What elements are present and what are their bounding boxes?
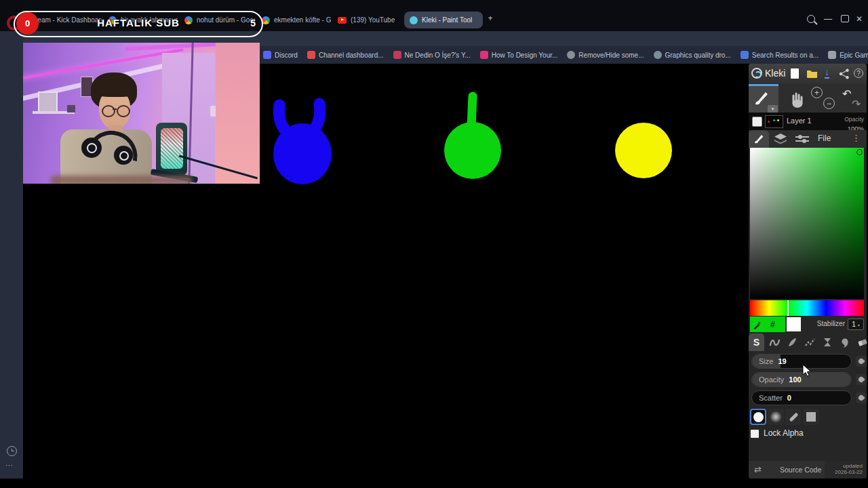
tool-row: ▾ + − ↶ ↷ xyxy=(749,84,867,113)
layer-name[interactable]: Layer 1 xyxy=(787,117,812,125)
color-saturation-square[interactable] xyxy=(750,148,864,299)
lock-alpha-label: Lock Alpha xyxy=(764,428,804,438)
zoom-out-button[interactable]: − xyxy=(823,98,835,109)
brush-pen-tab[interactable]: S xyxy=(749,333,764,351)
chevron-down-icon: ▾ xyxy=(858,323,860,327)
tab-youtube[interactable]: (139) YouTube xyxy=(332,12,403,28)
redo-icon[interactable]: ↷ xyxy=(852,98,861,110)
lock-alpha-checkbox[interactable] xyxy=(751,430,759,438)
favicon xyxy=(393,51,401,59)
favicon xyxy=(480,51,488,59)
save-download-icon[interactable]: ↓ xyxy=(825,67,829,79)
kleki-favicon xyxy=(410,16,418,24)
bookmark-channel-dashboard[interactable]: Channel dashboard... xyxy=(307,51,384,59)
bookmark-remove-hide[interactable]: Remove/Hide some... xyxy=(567,51,644,59)
headphone-cup-left xyxy=(81,138,102,158)
hex-input-button[interactable]: # xyxy=(770,320,775,329)
brush-icon xyxy=(753,89,770,107)
swap-icon[interactable]: ⇄ xyxy=(754,464,762,474)
size-pressure-button[interactable] xyxy=(856,356,867,367)
restore-window-button[interactable] xyxy=(841,15,849,22)
tip-soft-circle-button[interactable] xyxy=(768,409,784,425)
minimize-button[interactable]: — xyxy=(822,14,834,24)
secondary-color-swatch[interactable] xyxy=(787,317,801,331)
layer-thumbnail[interactable] xyxy=(765,115,783,128)
tip-calligraphy-button[interactable] xyxy=(785,409,802,425)
glasses-right-lens xyxy=(117,105,130,117)
current-color-swatch[interactable]: # xyxy=(750,317,785,332)
discord-favicon xyxy=(263,51,271,59)
hand-tool-icon[interactable] xyxy=(788,89,806,108)
favicon xyxy=(741,51,749,59)
tab-brush-settings[interactable] xyxy=(749,130,769,148)
favicon xyxy=(828,51,836,59)
glasses-left-lens xyxy=(102,105,115,117)
bookmark-search-results[interactable]: Search Results on a... xyxy=(741,51,818,59)
brush-type-row: S xyxy=(749,333,867,351)
microphone-mesh xyxy=(161,128,183,169)
new-image-icon[interactable] xyxy=(791,68,799,79)
kleki-panel: Kleki ↓ ? ▾ xyxy=(749,64,867,479)
brush-chemy-tab[interactable] xyxy=(819,333,835,351)
color-selector-dot xyxy=(856,149,863,155)
brush-blend-tab[interactable] xyxy=(766,333,783,351)
tab-ekmekten-kofte-search[interactable]: ekmekten köfte - Google' xyxy=(256,12,331,28)
size-slider[interactable]: Size19 xyxy=(751,354,852,369)
brush-smudge-tab[interactable] xyxy=(837,333,853,351)
tab-settings-icon[interactable] xyxy=(795,134,810,144)
bookmark-epic-games[interactable]: Epic Games Store'd... xyxy=(828,51,868,59)
eyedropper-icon[interactable] xyxy=(753,320,762,329)
source-code-link[interactable]: Source Code xyxy=(780,466,821,474)
tab-layers-icon[interactable] xyxy=(773,133,788,146)
bookmark-graphics-quality[interactable]: Graphics quality dro... xyxy=(654,51,731,59)
opacity-slider[interactable]: Opacity100 xyxy=(751,372,852,387)
zoom-in-button[interactable]: + xyxy=(811,87,823,98)
brush-tool-button[interactable]: ▾ xyxy=(749,84,778,113)
hue-marker xyxy=(787,300,789,316)
layer-visibility-checkbox[interactable] xyxy=(752,117,762,127)
brush-sketchy-tab[interactable] xyxy=(784,333,800,351)
scatter-pressure-button[interactable] xyxy=(856,392,867,403)
headphone-cup-right xyxy=(114,146,133,165)
scatter-slider[interactable]: Scatter0 xyxy=(751,390,852,405)
layer-row: Layer 1 Opacity 100% xyxy=(749,113,867,130)
hue-slider[interactable] xyxy=(750,300,864,316)
youtube-favicon xyxy=(338,17,347,24)
history-clock-icon[interactable] xyxy=(7,446,17,456)
mouse-cursor xyxy=(802,364,813,378)
brush-pixel-tab[interactable] xyxy=(802,333,818,351)
stream-sub-overlay: 0 HAFTALIK SUB 5 xyxy=(14,11,263,37)
stabilizer-dropdown[interactable]: 1 ▾ xyxy=(848,319,864,330)
bookmark-how-to-design[interactable]: How To Design Your... xyxy=(480,51,558,59)
tab-kleki-active[interactable]: Kleki - Paint Tool xyxy=(404,12,483,28)
eraser-tab[interactable] xyxy=(854,333,868,351)
tab-more-icon[interactable]: ⋮ xyxy=(852,133,861,143)
close-window-button[interactable]: ✕ xyxy=(853,14,865,24)
sidebar-more-icon[interactable]: ⋯ xyxy=(5,461,14,470)
kleki-logo-icon xyxy=(751,68,762,79)
tab-file[interactable]: File xyxy=(818,134,831,143)
search-icon[interactable] xyxy=(807,15,815,23)
bookmark-discord[interactable]: Discord xyxy=(263,51,298,59)
undo-icon[interactable]: ↶ xyxy=(842,87,851,100)
tab-title: ekmekten köfte - Google' xyxy=(274,16,331,24)
panel-tab-row: File ⋮ xyxy=(749,130,867,148)
new-tab-button[interactable]: + xyxy=(484,13,496,24)
bookmark-ne-dedin[interactable]: Ne Dedin O İşe?'s Y... xyxy=(393,51,471,59)
kleki-header: Kleki ↓ ? xyxy=(749,64,867,84)
tip-circle-button[interactable] xyxy=(750,409,766,425)
favicon xyxy=(567,51,575,59)
hands-keyboard-blur xyxy=(50,176,193,184)
webcam-overlay xyxy=(23,43,260,184)
tab-title: (139) YouTube xyxy=(351,16,395,24)
kleki-brand: Kleki xyxy=(765,68,785,79)
opera-sidebar: ⋯ xyxy=(0,31,23,479)
layer-opacity[interactable]: Opacity 100% xyxy=(844,114,864,132)
tip-square-button[interactable] xyxy=(803,409,819,425)
open-file-folder-icon[interactable] xyxy=(806,68,818,78)
opacity-pressure-button[interactable] xyxy=(856,374,867,385)
help-icon[interactable]: ? xyxy=(854,68,863,78)
favicon xyxy=(654,51,662,59)
share-icon[interactable] xyxy=(839,68,850,79)
picture-frame xyxy=(38,92,58,113)
